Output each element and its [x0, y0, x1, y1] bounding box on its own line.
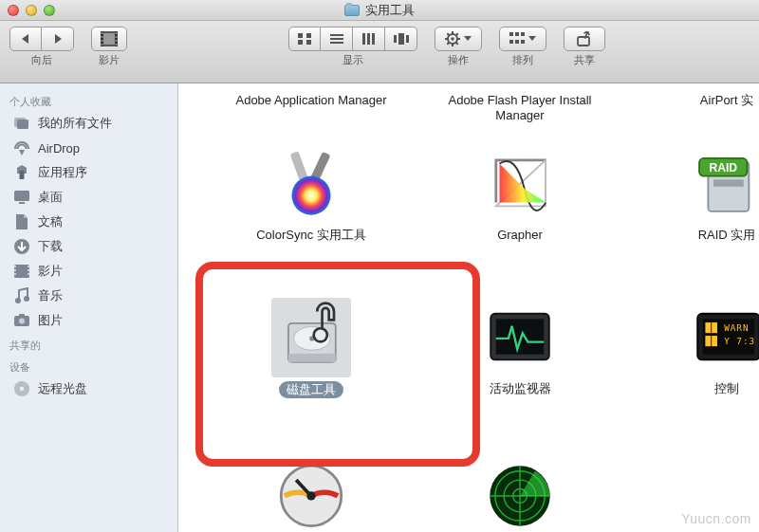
coverflow-view-button[interactable]: [385, 27, 417, 51]
disc-icon: [13, 380, 30, 397]
svg-rect-46: [19, 202, 25, 204]
console-icon: ██ WARN ██ Y 7:3: [687, 298, 759, 377]
grid-item-label: Adobe Flash Player Install Manager: [425, 93, 615, 122]
sidebar-item-applications[interactable]: 应用程序: [0, 160, 177, 185]
window-title-text: 实用工具: [365, 2, 415, 19]
grid-item-console[interactable]: ██ WARN ██ Y 7:3 控制: [632, 298, 759, 396]
grid-item-adobe-flash[interactable]: Adobe Flash Player Install Manager: [425, 89, 615, 122]
list-view-button[interactable]: [321, 27, 353, 51]
columns-icon: [361, 32, 377, 46]
svg-rect-8: [116, 32, 118, 34]
sidebar-item-label: 远程光盘: [38, 380, 87, 397]
forward-button[interactable]: [42, 27, 74, 51]
sidebar-item-desktop[interactable]: 桌面: [0, 185, 177, 210]
svg-line-31: [447, 33, 449, 35]
grid-item-grapher[interactable]: Grapher: [425, 144, 615, 243]
toolbar: 向后 影片: [0, 21, 759, 83]
grid-item-label: 活动监视器: [490, 381, 551, 396]
grid-item-label: AirPort 实: [700, 93, 753, 108]
arrange-button[interactable]: [499, 27, 546, 51]
back-button[interactable]: [9, 27, 42, 51]
grid-item-label: 控制: [714, 381, 739, 396]
svg-rect-38: [509, 40, 513, 44]
sidebar-item-label: 下载: [38, 238, 63, 255]
list-icon: [329, 32, 344, 46]
svg-point-64: [291, 176, 330, 215]
share-button[interactable]: [564, 27, 605, 51]
sidebar-item-label: 桌面: [38, 189, 63, 206]
grid-item-partial-1[interactable]: [216, 455, 406, 532]
svg-rect-53: [28, 269, 29, 271]
sidebar: 个人收藏 我的所有文件 AirDrop 应用程序 桌面 文稿 下载 影片: [0, 83, 178, 532]
action-group: 操作: [435, 27, 482, 67]
sidebar-item-music[interactable]: 音乐: [0, 284, 177, 308]
share-label: 共享: [574, 53, 595, 67]
sidebar-item-downloads[interactable]: 下载: [0, 234, 177, 259]
sidebar-item-movies[interactable]: 影片: [0, 259, 177, 284]
coverflow-icon: [394, 32, 409, 46]
sidebar-item-remote-disc[interactable]: 远程光盘: [0, 376, 177, 401]
sidebar-item-pictures[interactable]: 图片: [0, 308, 177, 333]
movies-icon: [13, 263, 30, 280]
grid-item-partial-2[interactable]: [425, 455, 615, 532]
svg-rect-5: [102, 36, 103, 38]
sidebar-item-airdrop[interactable]: AirDrop: [0, 136, 177, 160]
arrange-group: 排列: [499, 27, 546, 67]
svg-point-55: [15, 298, 21, 303]
grid-item-adobe-app-mgr[interactable]: Adobe Application Manager: [216, 89, 406, 108]
grid-item-raid[interactable]: RAID RAID 实用: [632, 144, 759, 243]
sidebar-item-label: AirDrop: [38, 141, 80, 156]
svg-rect-12: [298, 33, 303, 38]
close-window-button[interactable]: [8, 5, 19, 16]
traffic-lights: [8, 5, 55, 16]
grid-item-label: RAID 实用: [698, 228, 756, 243]
view-switcher-group: 显示: [288, 27, 417, 67]
svg-rect-35: [509, 32, 513, 36]
share-group: 共享: [564, 27, 605, 67]
icon-view-button[interactable]: [288, 27, 321, 51]
sidebar-item-label: 影片: [38, 263, 63, 280]
svg-rect-15: [306, 40, 311, 45]
titlebar: 实用工具: [0, 0, 759, 21]
minimize-window-button[interactable]: [26, 5, 37, 16]
sidebar-section-devices: 设备: [0, 355, 177, 376]
movies-button[interactable]: [91, 27, 127, 51]
sidebar-item-label: 文稿: [38, 213, 63, 230]
svg-point-61: [20, 387, 24, 391]
grid-item-label: Grapher: [497, 228, 543, 243]
svg-line-33: [447, 43, 449, 45]
svg-rect-22: [394, 35, 397, 43]
svg-rect-67: [713, 179, 744, 186]
grid-item-colorsync[interactable]: ColorSync 实用工具: [216, 144, 406, 243]
svg-point-59: [19, 319, 25, 324]
svg-line-34: [456, 33, 458, 35]
zoom-window-button[interactable]: [44, 5, 55, 16]
downloads-icon: [13, 238, 30, 255]
svg-rect-40: [521, 40, 525, 44]
column-view-button[interactable]: [353, 27, 385, 51]
applications-icon: [13, 164, 30, 181]
svg-rect-4: [102, 32, 103, 34]
svg-rect-16: [330, 34, 343, 36]
sidebar-item-all-files[interactable]: 我的所有文件: [0, 111, 177, 136]
grapher-icon: [480, 144, 560, 224]
svg-rect-24: [406, 35, 409, 43]
tutorial-highlight: [195, 262, 480, 467]
back-forward-group: 向后: [9, 27, 74, 67]
grid-item-label: ColorSync 实用工具: [256, 228, 366, 243]
activity-monitor-icon: [480, 298, 560, 377]
svg-rect-49: [14, 266, 16, 267]
action-button[interactable]: [435, 27, 482, 51]
svg-rect-50: [14, 269, 16, 271]
svg-rect-37: [521, 32, 525, 36]
svg-text:RAID: RAID: [709, 161, 737, 174]
all-files-icon: [13, 115, 30, 132]
svg-rect-48: [14, 265, 29, 278]
sidebar-item-documents[interactable]: 文稿: [0, 210, 177, 234]
svg-rect-58: [19, 314, 25, 317]
chevron-down-icon: [528, 36, 536, 42]
content: 个人收藏 我的所有文件 AirDrop 应用程序 桌面 文稿 下载 影片: [0, 83, 759, 532]
sidebar-item-label: 音乐: [38, 287, 63, 304]
grid-item-airport[interactable]: AirPort 实: [632, 89, 759, 108]
share-icon: [576, 31, 593, 46]
